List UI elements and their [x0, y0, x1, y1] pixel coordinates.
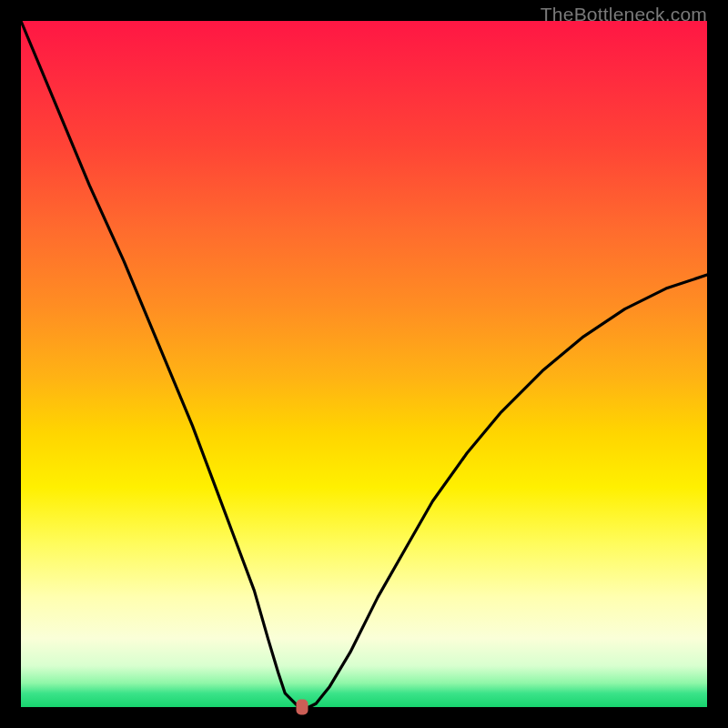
- plot-area: [21, 21, 707, 707]
- curve-line: [21, 21, 707, 707]
- chart-frame: TheBottleneck.com: [0, 0, 728, 728]
- data-point-marker: [297, 700, 308, 715]
- watermark-text: TheBottleneck.com: [541, 4, 707, 25]
